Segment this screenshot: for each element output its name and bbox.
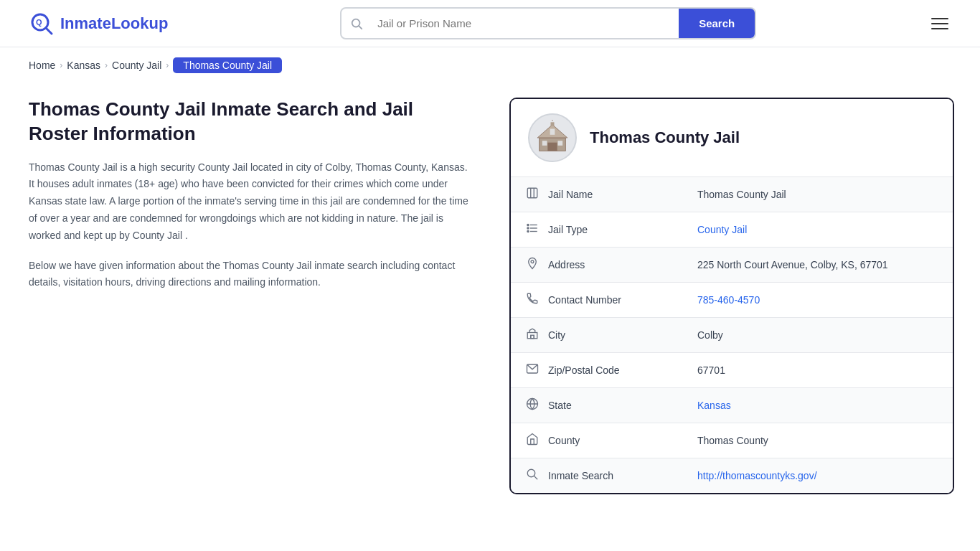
label-text: Jail Type [548,224,588,235]
value-cell: Colby [683,318,953,353]
svg-rect-13 [527,188,537,198]
card-header: Thomas County Jail [511,99,953,177]
table-row: Jail NameThomas County Jail [511,177,953,212]
label-text: Zip/Postal Code [548,364,620,376]
svg-line-1 [46,28,52,34]
svg-point-20 [527,227,529,229]
svg-rect-11 [551,122,555,126]
label-text: City [548,329,565,341]
city-icon [525,327,540,343]
svg-point-21 [527,230,529,232]
svg-rect-10 [558,141,563,146]
value-cell[interactable]: 785-460-4570 [683,283,953,318]
breadcrumb-kansas[interactable]: Kansas [67,60,100,71]
svg-point-19 [527,224,529,225]
table-row: Zip/Postal Code67701 [511,353,953,388]
jail-icon [525,187,540,202]
chevron-icon: › [105,60,108,70]
location-icon [525,257,540,273]
table-row: CountyThomas County [511,423,953,458]
right-column: Thomas County Jail Jail NameThomas Count… [509,98,954,494]
breadcrumb: Home › Kansas › County Jail › Thomas Cou… [0,47,980,83]
description-1: Thomas County Jail is a high security Co… [29,159,473,245]
value-link[interactable]: http://thomascountyks.gov/ [697,470,817,481]
value-cell: Thomas County Jail [683,177,953,212]
value-cell: 225 North Court Avenue, Colby, KS, 67701 [683,248,953,283]
value-cell: 67701 [683,353,953,388]
label-text: Inmate Search [548,470,613,481]
svg-point-22 [531,260,534,263]
left-column: Thomas County Jail Inmate Search and Jai… [29,98,488,494]
phone-icon [525,292,540,308]
main-content: Thomas County Jail Inmate Search and Jai… [0,83,980,523]
value-cell[interactable]: http://thomascountyks.gov/ [683,458,953,494]
description-2: Below we have given information about th… [29,258,473,292]
logo-text: InmateLookup [60,14,168,33]
breadcrumb-home[interactable]: Home [29,60,55,71]
breadcrumb-county-jail[interactable]: County Jail [112,60,161,71]
svg-text:Q: Q [36,18,42,27]
svg-rect-8 [550,129,555,135]
county-icon [525,433,540,448]
table-row: Inmate Searchhttp://thomascountyks.gov/ [511,458,953,494]
value-link[interactable]: 785-460-4570 [697,294,760,306]
globe-icon [525,397,540,413]
label-text: County [548,435,580,446]
breadcrumb-current: Thomas County Jail [173,57,282,73]
table-row: CityColby [511,318,953,353]
chevron-icon: › [166,60,169,70]
card-facility-name: Thomas County Jail [590,128,740,147]
table-row: StateKansas [511,388,953,423]
table-row: Jail TypeCounty Jail [511,212,953,248]
label-text: State [548,400,572,411]
page-title: Thomas County Jail Inmate Search and Jai… [29,98,473,146]
info-card: Thomas County Jail Jail NameThomas Count… [509,98,954,494]
svg-line-4 [359,26,362,29]
search-icon [341,17,372,30]
list-icon [525,222,540,237]
site-header: Q InmateLookup Search [0,0,980,47]
search-button[interactable]: Search [679,9,755,38]
value-cell: Thomas County [683,423,953,458]
label-text: Jail Name [548,189,593,200]
value-link[interactable]: Kansas [697,400,731,411]
table-row: Contact Number785-460-4570 [511,283,953,318]
menu-button[interactable] [928,15,951,32]
chevron-icon: › [60,60,62,70]
search-area: Search [340,7,756,39]
value-cell[interactable]: Kansas [683,388,953,423]
label-text: Address [548,259,585,270]
facility-image [528,113,577,162]
search-icon [525,468,540,484]
logo[interactable]: Q InmateLookup [29,11,168,37]
logo-icon: Q [29,11,55,37]
svg-rect-26 [531,335,534,339]
info-table: Jail NameThomas County JailJail TypeCoun… [511,177,953,493]
svg-line-31 [534,476,537,479]
label-text: Contact Number [548,294,621,306]
value-link[interactable]: County Jail [697,224,747,235]
mail-icon [525,362,540,378]
table-row: Address225 North Court Avenue, Colby, KS… [511,248,953,283]
svg-rect-9 [542,141,547,146]
svg-rect-6 [547,143,557,151]
search-input[interactable] [372,9,679,38]
value-cell[interactable]: County Jail [683,212,953,248]
